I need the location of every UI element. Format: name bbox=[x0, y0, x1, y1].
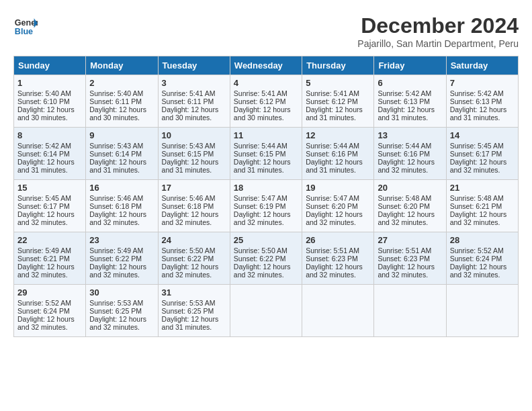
calendar-cell: 23 Sunrise: 5:49 AM Sunset: 6:22 PM Dayl… bbox=[86, 232, 158, 285]
calendar-cell: 26 Sunrise: 5:51 AM Sunset: 6:23 PM Dayl… bbox=[302, 232, 374, 285]
calendar-cell bbox=[230, 285, 302, 337]
calendar-cell: 13 Sunrise: 5:44 AM Sunset: 6:16 PM Dayl… bbox=[374, 128, 446, 180]
day-number: 25 bbox=[234, 235, 298, 245]
sunrise: Sunrise: 5:48 AM bbox=[450, 194, 504, 202]
sunrise: Sunrise: 5:42 AM bbox=[450, 89, 504, 97]
calendar-cell: 28 Sunrise: 5:52 AM Sunset: 6:24 PM Dayl… bbox=[446, 232, 518, 285]
sunrise: Sunrise: 5:43 AM bbox=[162, 142, 216, 150]
calendar-cell: 4 Sunrise: 5:41 AM Sunset: 6:12 PM Dayli… bbox=[230, 75, 302, 128]
day-number: 23 bbox=[89, 235, 154, 245]
calendar-cell: 3 Sunrise: 5:41 AM Sunset: 6:11 PM Dayli… bbox=[158, 75, 230, 128]
sunrise: Sunrise: 5:47 AM bbox=[306, 194, 359, 202]
sunset: Sunset: 6:14 PM bbox=[17, 150, 70, 158]
day-number: 18 bbox=[234, 183, 298, 193]
sunset: Sunset: 6:12 PM bbox=[306, 97, 358, 105]
sunrise: Sunrise: 5:49 AM bbox=[89, 246, 143, 255]
calendar-cell: 19 Sunrise: 5:47 AM Sunset: 6:20 PM Dayl… bbox=[302, 180, 374, 232]
daylight: Daylight: 12 hours and 31 minutes. bbox=[89, 158, 146, 174]
sunrise: Sunrise: 5:53 AM bbox=[89, 299, 143, 307]
daylight: Daylight: 12 hours and 32 minutes. bbox=[306, 210, 363, 226]
sunrise: Sunrise: 5:42 AM bbox=[378, 89, 431, 97]
location: Pajarillo, San Martin Department, Peru bbox=[357, 38, 519, 49]
daylight: Daylight: 12 hours and 32 minutes. bbox=[450, 263, 507, 279]
day-number: 12 bbox=[306, 130, 370, 140]
calendar-cell: 17 Sunrise: 5:46 AM Sunset: 6:18 PM Dayl… bbox=[158, 180, 230, 232]
daylight: Daylight: 12 hours and 31 minutes. bbox=[162, 315, 219, 331]
sunset: Sunset: 6:23 PM bbox=[378, 255, 430, 263]
sunset: Sunset: 6:21 PM bbox=[17, 255, 70, 263]
sunrise: Sunrise: 5:51 AM bbox=[378, 246, 431, 255]
sunrise: Sunrise: 5:46 AM bbox=[162, 194, 216, 202]
daylight: Daylight: 12 hours and 30 minutes. bbox=[89, 105, 146, 122]
daylight: Daylight: 12 hours and 32 minutes. bbox=[17, 210, 75, 226]
day-number: 31 bbox=[162, 287, 226, 298]
daylight: Daylight: 12 hours and 31 minutes. bbox=[306, 105, 363, 122]
daylight: Daylight: 12 hours and 30 minutes. bbox=[17, 105, 75, 122]
day-number: 21 bbox=[450, 183, 515, 193]
sunrise: Sunrise: 5:41 AM bbox=[162, 89, 216, 97]
day-number: 26 bbox=[306, 235, 370, 245]
sunset: Sunset: 6:24 PM bbox=[450, 255, 502, 263]
sunrise: Sunrise: 5:50 AM bbox=[234, 246, 287, 255]
day-number: 15 bbox=[17, 183, 82, 193]
sunset: Sunset: 6:17 PM bbox=[450, 150, 502, 158]
sunset: Sunset: 6:11 PM bbox=[162, 97, 214, 105]
sunset: Sunset: 6:14 PM bbox=[89, 150, 142, 158]
calendar-cell bbox=[446, 285, 518, 337]
sunrise: Sunrise: 5:52 AM bbox=[450, 246, 504, 255]
calendar-cell bbox=[374, 285, 446, 337]
header-monday: Monday bbox=[86, 56, 158, 75]
header-sunday: Sunday bbox=[14, 56, 86, 75]
sunset: Sunset: 6:17 PM bbox=[17, 202, 70, 210]
calendar-cell: 22 Sunrise: 5:49 AM Sunset: 6:21 PM Dayl… bbox=[14, 232, 86, 285]
sunrise: Sunrise: 5:44 AM bbox=[378, 142, 431, 150]
sunrise: Sunrise: 5:40 AM bbox=[89, 89, 143, 97]
sunset: Sunset: 6:21 PM bbox=[450, 202, 502, 210]
daylight: Daylight: 12 hours and 32 minutes. bbox=[162, 263, 219, 279]
sunset: Sunset: 6:13 PM bbox=[378, 97, 430, 105]
sunrise: Sunrise: 5:48 AM bbox=[378, 194, 431, 202]
sunrise: Sunrise: 5:53 AM bbox=[162, 299, 216, 307]
sunset: Sunset: 6:25 PM bbox=[89, 307, 142, 315]
sunrise: Sunrise: 5:52 AM bbox=[17, 299, 71, 307]
calendar-cell: 12 Sunrise: 5:44 AM Sunset: 6:16 PM Dayl… bbox=[302, 128, 374, 180]
day-number: 14 bbox=[450, 130, 515, 140]
daylight: Daylight: 12 hours and 31 minutes. bbox=[17, 158, 75, 174]
header-thursday: Thursday bbox=[302, 56, 374, 75]
day-number: 7 bbox=[450, 78, 515, 88]
daylight: Daylight: 12 hours and 32 minutes. bbox=[378, 263, 435, 279]
svg-text:Blue: Blue bbox=[15, 27, 33, 36]
calendar-cell: 9 Sunrise: 5:43 AM Sunset: 6:14 PM Dayli… bbox=[86, 128, 158, 180]
calendar-cell: 27 Sunrise: 5:51 AM Sunset: 6:23 PM Dayl… bbox=[374, 232, 446, 285]
calendar-week-row: 8 Sunrise: 5:42 AM Sunset: 6:14 PM Dayli… bbox=[14, 128, 519, 180]
calendar-week-row: 1 Sunrise: 5:40 AM Sunset: 6:10 PM Dayli… bbox=[14, 75, 519, 128]
calendar-cell: 31 Sunrise: 5:53 AM Sunset: 6:25 PM Dayl… bbox=[158, 285, 230, 337]
calendar-cell: 10 Sunrise: 5:43 AM Sunset: 6:15 PM Dayl… bbox=[158, 128, 230, 180]
sunrise: Sunrise: 5:45 AM bbox=[17, 194, 71, 202]
sunrise: Sunrise: 5:47 AM bbox=[234, 194, 287, 202]
daylight: Daylight: 12 hours and 32 minutes. bbox=[306, 263, 363, 279]
calendar-cell: 1 Sunrise: 5:40 AM Sunset: 6:10 PM Dayli… bbox=[14, 75, 86, 128]
sunset: Sunset: 6:23 PM bbox=[306, 255, 358, 263]
sunrise: Sunrise: 5:43 AM bbox=[89, 142, 143, 150]
daylight: Daylight: 12 hours and 31 minutes. bbox=[306, 158, 363, 174]
sunset: Sunset: 6:18 PM bbox=[89, 202, 142, 210]
calendar-cell: 21 Sunrise: 5:48 AM Sunset: 6:21 PM Dayl… bbox=[446, 180, 518, 232]
sunset: Sunset: 6:22 PM bbox=[234, 255, 286, 263]
day-number: 13 bbox=[378, 130, 442, 140]
day-number: 10 bbox=[162, 130, 226, 140]
sunset: Sunset: 6:15 PM bbox=[234, 150, 286, 158]
day-number: 20 bbox=[378, 183, 442, 193]
day-number: 30 bbox=[89, 287, 154, 298]
daylight: Daylight: 12 hours and 32 minutes. bbox=[162, 210, 219, 226]
day-number: 19 bbox=[306, 183, 370, 193]
calendar-cell: 18 Sunrise: 5:47 AM Sunset: 6:19 PM Dayl… bbox=[230, 180, 302, 232]
day-number: 29 bbox=[17, 287, 82, 298]
day-number: 6 bbox=[378, 78, 442, 88]
header-tuesday: Tuesday bbox=[158, 56, 230, 75]
calendar-cell: 30 Sunrise: 5:53 AM Sunset: 6:25 PM Dayl… bbox=[86, 285, 158, 337]
day-number: 4 bbox=[234, 78, 298, 88]
daylight: Daylight: 12 hours and 31 minutes. bbox=[378, 105, 435, 122]
day-number: 9 bbox=[89, 130, 154, 140]
calendar-week-row: 22 Sunrise: 5:49 AM Sunset: 6:21 PM Dayl… bbox=[14, 232, 519, 285]
